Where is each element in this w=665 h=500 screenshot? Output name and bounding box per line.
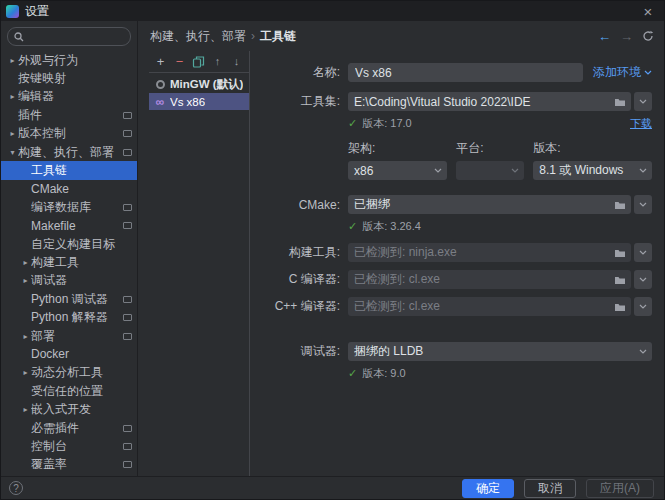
folder-icon[interactable] <box>614 275 626 285</box>
tree-chevron-icon: ▾ <box>7 148 18 157</box>
chevron-down-icon <box>639 202 647 207</box>
sidebar-item[interactable]: 控制台 <box>1 437 137 455</box>
sidebar-item[interactable]: ▸ 版本控制 <box>1 125 137 143</box>
sidebar-item-label: 插件 <box>18 107 119 124</box>
sidebar-item[interactable]: 自定义构建目标 <box>1 235 137 253</box>
sidebar-item-label: 控制台 <box>31 438 119 455</box>
ide-setting-icon <box>123 296 132 303</box>
sidebar-item-label: 受信任的位置 <box>31 383 132 400</box>
sidebar-item-label: 编译数据库 <box>31 199 119 216</box>
folder-icon[interactable] <box>614 200 626 210</box>
sidebar-item[interactable]: 编译数据库 <box>1 198 137 216</box>
sidebar-item[interactable]: 工具链 <box>1 161 137 179</box>
sidebar-item[interactable]: Makefile <box>1 217 137 235</box>
chevron-down-icon <box>511 168 519 173</box>
sidebar-item[interactable]: ▸ 外观与行为 <box>1 51 137 69</box>
toolchain-item-vs[interactable]: ∞ Vs x86 <box>149 93 249 110</box>
sidebar-item[interactable]: ▸ 编辑器 <box>1 88 137 106</box>
toolset-expand-button[interactable] <box>634 92 652 111</box>
arch-platform-version-group: 架构: x86 平台: <box>348 140 652 180</box>
ide-setting-icon <box>123 112 132 119</box>
sidebar-item-label: 部署 <box>31 328 119 345</box>
add-environment-link[interactable]: 添加环境 <box>593 64 652 81</box>
c-compiler-label: C 编译器: <box>260 271 340 288</box>
close-icon[interactable]: × <box>640 4 656 19</box>
settings-search[interactable] <box>7 27 131 46</box>
reset-settings-icon[interactable] <box>642 30 654 42</box>
sidebar-item-label: 版本控制 <box>18 125 119 142</box>
sidebar-item-label: 编辑器 <box>18 88 132 105</box>
sidebar-item-label: 必需插件 <box>31 420 119 437</box>
breadcrumb-parent[interactable]: 构建、执行、部署 <box>150 28 246 45</box>
sidebar-item[interactable]: ▸ 调试器 <box>1 272 137 290</box>
folder-icon[interactable] <box>614 248 626 258</box>
copy-toolchain-button[interactable] <box>192 56 205 68</box>
sidebar-item-label: 动态分析工具 <box>31 364 132 381</box>
cmake-value: 已捆绑 <box>354 196 609 213</box>
move-down-button[interactable]: ↓ <box>230 56 243 67</box>
sidebar-item-label: 外观与行为 <box>18 52 132 69</box>
cancel-button[interactable]: 取消 <box>524 479 576 498</box>
cmake-expand-button[interactable] <box>634 195 652 214</box>
move-up-button[interactable]: ↑ <box>211 56 224 67</box>
architecture-select[interactable]: x86 <box>348 161 447 180</box>
sidebar-item[interactable]: 按键映射 <box>1 69 137 87</box>
sidebar-item-label: 覆盖率 <box>31 456 119 473</box>
toolchain-item-mingw[interactable]: MinGW (默认) <box>149 76 249 93</box>
cpp-compiler-field[interactable]: 已检测到: cl.exe <box>348 297 631 316</box>
ide-setting-icon <box>123 204 132 211</box>
c-compiler-field[interactable]: 已检测到: cl.exe <box>348 270 631 289</box>
dialog-footer: ? 确定 取消 应用(A) <box>1 476 664 499</box>
sidebar-item[interactable]: ▸ 嵌入式开发 <box>1 400 137 418</box>
build-tool-field[interactable]: 已检测到: ninja.exe <box>348 243 631 262</box>
toolset-field[interactable]: E:\Coding\Vitual Studio 2022\IDE <box>348 92 631 111</box>
ide-setting-icon <box>123 149 132 156</box>
folder-icon[interactable] <box>614 302 626 312</box>
forward-arrow-icon[interactable]: → <box>620 30 633 43</box>
remove-toolchain-button[interactable]: − <box>173 55 186 68</box>
sidebar-item[interactable]: ▸ 构建工具 <box>1 253 137 271</box>
ide-setting-icon <box>123 333 132 340</box>
windows-version-select[interactable]: 8.1 或 Windows <box>533 161 652 180</box>
ide-setting-icon <box>123 461 132 468</box>
build-tool-label: 构建工具: <box>260 244 340 261</box>
cmake-version-note: 版本: 3.26.4 <box>362 219 421 234</box>
sidebar-item-label: Docker <box>31 347 132 361</box>
cmake-field[interactable]: 已捆绑 <box>348 195 631 214</box>
sidebar-item-label: 自定义构建目标 <box>31 236 132 253</box>
download-link[interactable]: 下载 <box>630 116 652 131</box>
sidebar-item[interactable]: 覆盖率 <box>1 456 137 474</box>
sidebar-item-label: 嵌入式开发 <box>31 401 132 418</box>
sidebar-item[interactable]: CMake <box>1 180 137 198</box>
folder-icon[interactable] <box>614 97 626 107</box>
apply-button[interactable]: 应用(A) <box>586 479 654 498</box>
ok-button[interactable]: 确定 <box>462 479 514 498</box>
tree-chevron-icon: ▸ <box>20 368 31 377</box>
sidebar-item[interactable]: 插件 <box>1 106 137 124</box>
cpp-compiler-expand-button[interactable] <box>634 297 652 316</box>
back-arrow-icon[interactable]: ← <box>598 30 611 43</box>
sidebar-item[interactable]: 必需插件 <box>1 419 137 437</box>
help-icon[interactable]: ? <box>9 481 23 495</box>
breadcrumb: 构建、执行、部署 › 工具链 ← → <box>138 21 664 51</box>
sidebar-item[interactable]: 受信任的位置 <box>1 382 137 400</box>
c-compiler-expand-button[interactable] <box>634 270 652 289</box>
tree-chevron-icon: ▸ <box>20 332 31 341</box>
build-tool-expand-button[interactable] <box>634 243 652 262</box>
search-input[interactable] <box>28 31 124 43</box>
architecture-label: 架构: <box>348 140 447 157</box>
name-input[interactable] <box>348 63 583 82</box>
add-toolchain-button[interactable]: + <box>154 55 167 68</box>
platform-select[interactable] <box>456 161 524 180</box>
chevron-down-icon <box>639 168 647 173</box>
sidebar-item[interactable]: Python 调试器 <box>1 290 137 308</box>
sidebar-item[interactable]: Python 解释器 <box>1 308 137 326</box>
sidebar-item[interactable]: ▸ 部署 <box>1 327 137 345</box>
sidebar-item-label: 调试器 <box>31 272 132 289</box>
sidebar-item[interactable]: ▾ 构建、执行、部署 <box>1 143 137 161</box>
sidebar-item[interactable]: Docker <box>1 345 137 363</box>
platform-label: 平台: <box>456 140 524 157</box>
sidebar-item[interactable]: ▸ 动态分析工具 <box>1 364 137 382</box>
app-logo-icon <box>6 5 19 18</box>
debugger-select[interactable]: 捆绑的 LLDB <box>348 342 652 361</box>
